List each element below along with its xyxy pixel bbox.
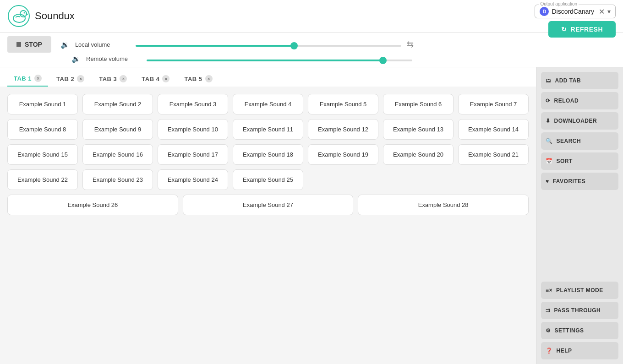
sound-button-14[interactable]: Example Sound 14 bbox=[458, 119, 529, 140]
tab-tab-4[interactable]: TAB 4× bbox=[135, 71, 176, 86]
add-tab-button[interactable]: 🗂 ADD TAB bbox=[541, 72, 618, 89]
sounds-grid: Example Sound 1Example Sound 2Example So… bbox=[7, 94, 529, 190]
output-app-name: DiscordCanary bbox=[552, 8, 594, 15]
tab-tab-5[interactable]: TAB 5× bbox=[178, 71, 219, 86]
pass-through-label: PASS THROUGH bbox=[554, 307, 601, 314]
help-button[interactable]: ❓ HELP bbox=[541, 342, 618, 359]
sound-button-17[interactable]: Example Sound 17 bbox=[158, 144, 228, 165]
settings-button[interactable]: ⚙ SETTINGS bbox=[541, 322, 618, 339]
svg-point-2 bbox=[20, 11, 27, 17]
tabs-bar: TAB 1×TAB 2×TAB 3×TAB 4×TAB 5× bbox=[0, 67, 536, 87]
tab-close-button[interactable]: × bbox=[120, 75, 127, 82]
help-label: HELP bbox=[557, 348, 572, 354]
sound-button-19[interactable]: Example Sound 19 bbox=[308, 144, 378, 165]
controls-row-2: 🔉 Remote volume bbox=[7, 54, 616, 63]
stop-icon bbox=[16, 42, 21, 47]
sound-button-28[interactable]: Example Sound 28 bbox=[358, 195, 529, 215]
sound-button-2[interactable]: Example Sound 2 bbox=[82, 94, 153, 114]
local-volume-icon: 🔉 bbox=[60, 40, 70, 49]
favorites-icon: ♥ bbox=[546, 178, 549, 185]
reload-icon: ⟳ bbox=[546, 98, 551, 104]
sound-button-3[interactable]: Example Sound 3 bbox=[158, 94, 228, 114]
tab-label: TAB 2 bbox=[56, 76, 74, 82]
playlist-mode-icon: ≡× bbox=[546, 287, 552, 293]
svg-point-1 bbox=[13, 14, 25, 22]
last-row: Example Sound 26Example Sound 27Example … bbox=[7, 195, 529, 215]
tab-close-button[interactable]: × bbox=[205, 75, 213, 82]
sound-button-5[interactable]: Example Sound 5 bbox=[308, 94, 378, 114]
search-label: SEARCH bbox=[557, 138, 581, 144]
reload-button[interactable]: ⟳ RELOAD bbox=[541, 92, 618, 109]
remote-volume-label: Remote volume bbox=[86, 55, 141, 62]
header-right: Output application D DiscordCanary ✕ ▾ ↻… bbox=[535, 5, 616, 38]
stop-label: STOP bbox=[25, 41, 42, 48]
tab-close-button[interactable]: × bbox=[34, 75, 42, 82]
sound-button-1[interactable]: Example Sound 1 bbox=[7, 94, 78, 114]
remote-volume-slider[interactable] bbox=[147, 60, 412, 61]
logo-area: Soundux bbox=[7, 5, 75, 27]
pass-through-icon: ⇉ bbox=[546, 307, 551, 314]
settings-icon: ⚙ bbox=[546, 327, 551, 334]
tab-label: TAB 1 bbox=[14, 75, 32, 82]
remote-volume-icon: 🔉 bbox=[71, 54, 81, 63]
settings-label: SETTINGS bbox=[555, 327, 584, 334]
favorites-button[interactable]: ♥ FAVORITES bbox=[541, 173, 618, 190]
local-volume-label: Local volume bbox=[75, 41, 130, 48]
output-app-label: Output application bbox=[539, 1, 579, 6]
sound-button-27[interactable]: Example Sound 27 bbox=[183, 195, 354, 215]
sound-button-16[interactable]: Example Sound 16 bbox=[82, 144, 153, 165]
help-icon: ❓ bbox=[546, 348, 553, 354]
sort-icon: 📅 bbox=[546, 158, 553, 164]
downloader-icon: ⬇ bbox=[546, 118, 551, 124]
tab-close-button[interactable]: × bbox=[77, 75, 84, 82]
sound-button-22[interactable]: Example Sound 22 bbox=[7, 169, 78, 190]
pass-through-button[interactable]: ⇉ PASS THROUGH bbox=[541, 302, 618, 319]
sound-button-6[interactable]: Example Sound 6 bbox=[383, 94, 454, 114]
sound-button-26[interactable]: Example Sound 26 bbox=[7, 195, 178, 215]
refresh-icon: ↻ bbox=[561, 26, 567, 33]
app-title: Soundux bbox=[35, 10, 75, 22]
main: TAB 1×TAB 2×TAB 3×TAB 4×TAB 5× Example S… bbox=[0, 67, 623, 364]
local-volume-slider[interactable] bbox=[136, 45, 401, 47]
playlist-mode-button[interactable]: ≡× PLAYLIST MODE bbox=[541, 282, 618, 299]
sound-button-4[interactable]: Example Sound 4 bbox=[233, 94, 303, 114]
tab-tab-3[interactable]: TAB 3× bbox=[93, 71, 133, 86]
search-button[interactable]: 🔍 SEARCH bbox=[541, 132, 618, 150]
sound-button-25[interactable]: Example Sound 25 bbox=[233, 169, 303, 190]
svg-point-3 bbox=[24, 12, 25, 14]
sidebar-spacer bbox=[541, 193, 618, 279]
loop-icon[interactable]: ⇆ bbox=[407, 39, 414, 49]
content: TAB 1×TAB 2×TAB 3×TAB 4×TAB 5× Example S… bbox=[0, 67, 536, 364]
playlist-mode-label: PLAYLIST MODE bbox=[556, 287, 603, 293]
refresh-button[interactable]: ↻ REFRESH bbox=[548, 21, 616, 38]
sound-button-18[interactable]: Example Sound 18 bbox=[233, 144, 303, 165]
sort-button[interactable]: 📅 SORT bbox=[541, 152, 618, 170]
tab-tab-2[interactable]: TAB 2× bbox=[50, 71, 91, 86]
tab-label: TAB 3 bbox=[99, 76, 117, 82]
sound-button-21[interactable]: Example Sound 21 bbox=[458, 144, 529, 165]
output-app-dropdown-button[interactable]: ▾ bbox=[607, 8, 611, 15]
output-app-close-button[interactable]: ✕ bbox=[599, 7, 605, 16]
add-tab-label: ADD TAB bbox=[555, 77, 581, 84]
sounds-area: Example Sound 1Example Sound 2Example So… bbox=[0, 87, 536, 364]
sound-button-13[interactable]: Example Sound 13 bbox=[383, 119, 454, 140]
tab-label: TAB 5 bbox=[184, 76, 202, 82]
sound-button-15[interactable]: Example Sound 15 bbox=[7, 144, 78, 165]
sound-button-20[interactable]: Example Sound 20 bbox=[383, 144, 454, 165]
sound-button-10[interactable]: Example Sound 10 bbox=[158, 119, 228, 140]
sound-button-7[interactable]: Example Sound 7 bbox=[458, 94, 529, 114]
tab-tab-1[interactable]: TAB 1× bbox=[7, 71, 48, 87]
refresh-label: REFRESH bbox=[571, 26, 603, 33]
sound-button-23[interactable]: Example Sound 23 bbox=[82, 169, 153, 190]
output-app-box: Output application D DiscordCanary ✕ ▾ bbox=[535, 5, 616, 18]
sound-button-8[interactable]: Example Sound 8 bbox=[7, 119, 78, 140]
sound-button-12[interactable]: Example Sound 12 bbox=[308, 119, 378, 140]
stop-button[interactable]: STOP bbox=[7, 36, 51, 53]
sound-button-9[interactable]: Example Sound 9 bbox=[82, 119, 153, 140]
sound-button-11[interactable]: Example Sound 11 bbox=[233, 119, 303, 140]
downloader-button[interactable]: ⬇ DOWNLOADER bbox=[541, 112, 618, 130]
discord-icon: D bbox=[540, 7, 549, 16]
sound-button-24[interactable]: Example Sound 24 bbox=[158, 169, 228, 190]
tab-close-button[interactable]: × bbox=[162, 75, 169, 82]
controls-row-1: STOP 🔉 Local volume ⇆ bbox=[7, 36, 616, 53]
